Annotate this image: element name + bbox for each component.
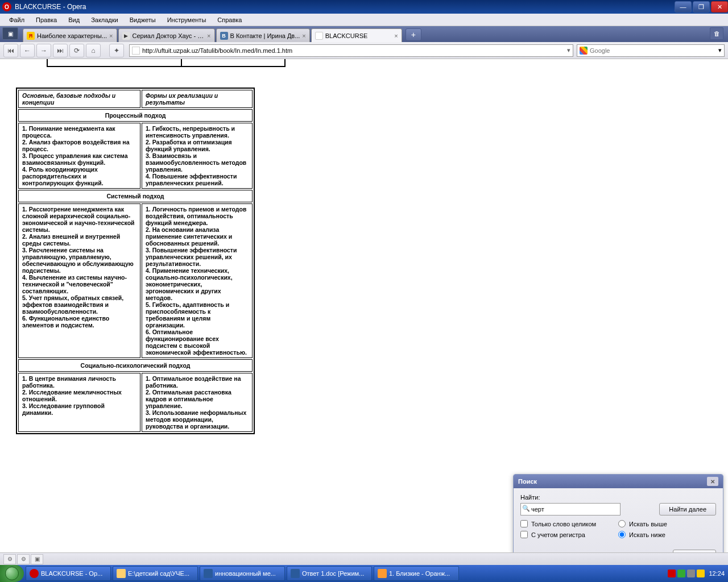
- tab-label: Наиболее характерны...: [37, 32, 107, 39]
- find-panel-header[interactable]: Поиск ✕: [514, 475, 723, 488]
- maximize-button[interactable]: ❐: [693, 1, 710, 13]
- opt-whole-word[interactable]: Только слово целиком: [520, 520, 618, 527]
- tray-icon[interactable]: [677, 569, 685, 577]
- tray-icon[interactable]: [668, 569, 676, 577]
- system-tray: 12:24: [664, 569, 728, 577]
- clock[interactable]: 12:24: [709, 570, 725, 577]
- url-box[interactable]: ▾: [129, 44, 573, 57]
- tray-icon[interactable]: [687, 569, 695, 577]
- checkbox-whole[interactable]: [520, 520, 528, 527]
- cell-left: 1. В центре внимания личность работника.…: [18, 373, 140, 432]
- close-tab-icon[interactable]: ×: [109, 32, 113, 39]
- section-title: Процессный подход: [18, 109, 253, 122]
- url-dropdown-icon[interactable]: ▾: [567, 47, 570, 54]
- opera-logo-icon: O: [2, 2, 11, 11]
- cell-right: 1. Оптимальное воздействие на работника.…: [142, 373, 253, 432]
- cell-left: 1. Понимание менеджмента как процесса. 2…: [18, 123, 140, 189]
- search-dropdown-icon[interactable]: ▾: [718, 47, 722, 54]
- cell-right: 1. Логичность приемов и методов воздейст…: [142, 203, 253, 358]
- new-tab-button[interactable]: +: [406, 28, 421, 41]
- menu-view[interactable]: Вид: [63, 15, 85, 25]
- status-btn-3[interactable]: ▣: [31, 554, 43, 564]
- tab-2[interactable]: В В Контакте | Ирина Дв... ×: [216, 28, 310, 42]
- tab-bar: Я Наиболее характерны... × ▶ Сериал Докт…: [0, 26, 728, 42]
- find-next-button[interactable]: Найти далее: [659, 503, 716, 516]
- find-input[interactable]: [520, 503, 621, 516]
- section-title: Социально-психологический подход: [18, 359, 253, 372]
- taskbar-item[interactable]: 1. Близкие - Оранж...: [374, 566, 459, 581]
- tab-label: В Контакте | Ирина Дв...: [230, 32, 300, 39]
- closed-tabs-button[interactable]: 🗑: [710, 27, 723, 40]
- taskbar-item[interactable]: BLACKCURSE - Op...: [26, 566, 111, 581]
- favicon-kino-icon: ▶: [122, 32, 130, 40]
- tab-1[interactable]: ▶ Сериал Доктор Хаус - с... ×: [118, 28, 215, 42]
- back-button[interactable]: ←: [20, 44, 35, 57]
- taskbar-folder-icon: [117, 569, 126, 578]
- taskbar-item[interactable]: Ответ 1.doc [Режим...: [287, 566, 372, 581]
- close-tab-icon[interactable]: ×: [207, 32, 210, 39]
- close-window-button[interactable]: ✕: [711, 1, 728, 13]
- find-title: Поиск: [518, 478, 537, 485]
- opt-case[interactable]: С учетом регистра: [520, 531, 618, 538]
- window-titlebar: O BLACKCURSE - Opera — ❐ ✕: [0, 0, 728, 14]
- checkbox-case[interactable]: [520, 531, 528, 538]
- menu-edit[interactable]: Правка: [30, 15, 63, 25]
- tab-0[interactable]: Я Наиболее характерны... ×: [23, 28, 117, 42]
- radio-up[interactable]: [618, 520, 626, 527]
- find-close-button[interactable]: ✕: [707, 477, 718, 486]
- rewind-button[interactable]: ⏮: [3, 44, 18, 57]
- menu-bar: Файл Правка Вид Закладки Виджеты Инструм…: [0, 14, 728, 26]
- search-box[interactable]: ▾: [577, 44, 725, 57]
- opt-search-up[interactable]: Искать выше: [618, 520, 716, 527]
- search-input[interactable]: [590, 47, 718, 54]
- favicon-vk-icon: В: [220, 32, 228, 40]
- taskbar-item[interactable]: E:\детский сад\УЧЕ...: [113, 566, 198, 581]
- page-icon: [132, 47, 140, 55]
- tab-label: Сериал Доктор Хаус - с...: [133, 32, 205, 39]
- navigation-toolbar: ⏮ ← → ⏭ ⟳ ⌂ ✦ ▾ ▾: [0, 42, 728, 59]
- start-orb-icon: [5, 567, 19, 580]
- document-table: Основные, базовые подходы и концепции Фо…: [16, 88, 255, 434]
- menu-widgets[interactable]: Виджеты: [124, 15, 162, 25]
- window-title: BLACKCURSE - Opera: [15, 3, 86, 11]
- opt-search-down[interactable]: Искать ниже: [618, 531, 716, 538]
- home-button[interactable]: ⌂: [86, 44, 101, 57]
- status-bar: ⚙ ⚙ ▣: [0, 552, 728, 565]
- table-header-right: Формы их реализации и результаты: [142, 90, 253, 108]
- tab-3[interactable]: BLACKCURSE ×: [311, 28, 402, 42]
- radio-down[interactable]: [618, 531, 626, 538]
- menu-bookmarks[interactable]: Закладки: [85, 15, 124, 25]
- cell-right: 1. Гибкость, непрерывность и интенсивнос…: [142, 123, 253, 189]
- start-button[interactable]: [0, 565, 24, 582]
- status-btn-1[interactable]: ⚙: [3, 554, 16, 564]
- fast-forward-button[interactable]: ⏭: [53, 44, 68, 57]
- taskbar-word-icon: [291, 569, 300, 578]
- status-btn-2[interactable]: ⚙: [17, 554, 30, 564]
- panel-toggle-button[interactable]: ▣: [2, 27, 18, 40]
- windows-taskbar: BLACKCURSE - Op... E:\детский сад\УЧЕ...…: [0, 565, 728, 582]
- reload-button[interactable]: ⟳: [69, 44, 84, 57]
- tray-icon[interactable]: [697, 569, 705, 577]
- find-panel: Поиск ✕ Найти: Найти далее Только слово …: [513, 474, 723, 564]
- taskbar-opera-icon: [30, 569, 39, 578]
- taskbar-aimp-icon: [378, 569, 387, 578]
- forward-button[interactable]: →: [36, 44, 51, 57]
- url-input[interactable]: [142, 47, 565, 54]
- wand-button[interactable]: ✦: [109, 44, 124, 57]
- google-icon: [580, 47, 588, 55]
- menu-tools[interactable]: Инструменты: [162, 15, 212, 25]
- close-tab-icon[interactable]: ×: [394, 32, 398, 39]
- favicon-yandex-icon: Я: [27, 32, 35, 40]
- cell-left: 1. Рассмотрение менеджмента как сложной …: [18, 203, 140, 358]
- menu-file[interactable]: Файл: [3, 15, 30, 25]
- close-tab-icon[interactable]: ×: [302, 32, 305, 39]
- tab-label: BLACKCURSE: [325, 32, 392, 39]
- table-header-left: Основные, базовые подходы и концепции: [18, 90, 140, 108]
- taskbar-word-icon: [204, 569, 213, 578]
- taskbar-item[interactable]: инновационный ме...: [200, 566, 285, 581]
- minimize-button[interactable]: —: [675, 1, 692, 13]
- menu-help[interactable]: Справка: [212, 15, 247, 25]
- find-label: Найти:: [520, 494, 716, 501]
- section-title: Системный подход: [18, 190, 253, 202]
- favicon-blank-icon: [315, 32, 323, 40]
